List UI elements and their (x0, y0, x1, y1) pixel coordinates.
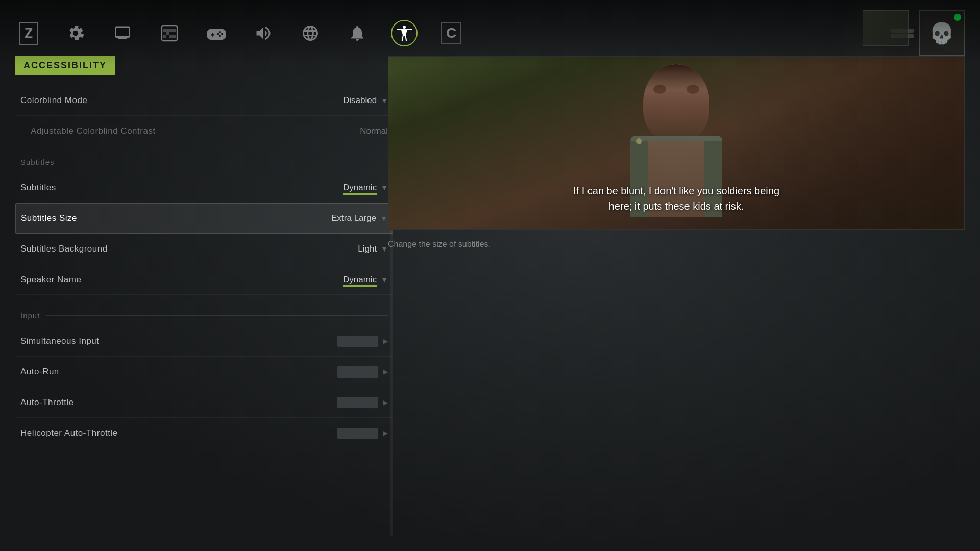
hud-icon (160, 24, 179, 42)
subtitles-background-value-text: Light (358, 244, 377, 254)
subtitle-line1: If I can be blunt, I don't like you sold… (573, 185, 779, 196)
char-hair (643, 64, 709, 90)
subtitles-background-value[interactable]: Light ▼ (358, 244, 388, 254)
audio-icon (254, 24, 273, 42)
simultaneous-input-label: Simultaneous Input (20, 336, 100, 346)
nav-icon-settings[interactable] (62, 20, 89, 46)
monitor-icon (113, 24, 132, 42)
preview-description: Change the size of subtitles. (388, 240, 965, 249)
setting-row-subtitles[interactable]: Subtitles Dynamic ▼ (15, 172, 393, 203)
subsection-input: Input (15, 305, 393, 326)
nav-icon-display[interactable] (109, 20, 136, 46)
setting-row-helicopter-auto-throttle[interactable]: Helicopter Auto-Throttle ▶ (15, 418, 393, 448)
setting-row-simultaneous-input[interactable]: Simultaneous Input ▶ (15, 326, 393, 357)
setting-row-colorblind-mode[interactable]: Colorblind Mode Disabled ▼ (15, 85, 393, 116)
colorblind-mode-value[interactable]: Disabled ▼ (343, 95, 388, 106)
subtitles-size-value-text: Extra Large (331, 213, 376, 223)
auto-run-control: ▶ (337, 366, 388, 378)
helicopter-auto-throttle-indicator: ▶ (383, 430, 388, 437)
helicopter-auto-throttle-label: Helicopter Auto-Throttle (20, 428, 118, 438)
subsection-subtitles-line (61, 162, 388, 162)
preview-image: If I can be blunt, I don't like you sold… (388, 56, 965, 230)
nav-icon-accessibility[interactable] (391, 20, 418, 46)
subtitle-overlay: If I can be blunt, I don't like you sold… (388, 183, 964, 214)
colorblind-mode-chevron: ▼ (381, 96, 388, 105)
colorblind-contrast-value: Normal (360, 126, 388, 136)
gear-icon (66, 24, 85, 42)
auto-throttle-toggle[interactable] (337, 397, 378, 408)
setting-row-colorblind-contrast: Adjustable Colorblind Contrast Normal (15, 116, 393, 146)
settings-panel: ACCESSIBILITY Colorblind Mode Disabled ▼… (15, 56, 393, 536)
nav-icon-audio[interactable] (250, 20, 277, 46)
setting-row-subtitles-background[interactable]: Subtitles Background Light ▼ (15, 234, 393, 264)
helicopter-auto-throttle-toggle[interactable] (337, 428, 378, 439)
auto-run-label: Auto-Run (20, 367, 59, 377)
minimap (863, 10, 909, 46)
nav-icon-colorblind-c[interactable]: C (438, 20, 464, 46)
setting-row-auto-run[interactable]: Auto-Run ▶ (15, 357, 393, 387)
subtitles-size-label: Subtitles Size (21, 213, 77, 223)
character-head (643, 64, 709, 141)
subsection-input-label: Input (20, 311, 40, 320)
controller-icon (207, 24, 226, 42)
setting-row-auto-throttle[interactable]: Auto-Throttle ▶ (15, 387, 393, 418)
nav-icon-language[interactable] (297, 20, 324, 46)
speaker-name-value-text: Dynamic (343, 274, 377, 285)
auto-throttle-label: Auto-Throttle (20, 397, 74, 408)
subsection-subtitles: Subtitles (15, 152, 393, 172)
speaker-name-label: Speaker Name (20, 274, 81, 285)
accessibility-icon (395, 24, 413, 42)
char-earring (636, 138, 642, 144)
pause-label: Z (19, 22, 38, 45)
colorblind-c-label: C (441, 22, 461, 44)
setting-row-subtitles-size[interactable]: Subtitles Size Extra Large ▼ (15, 203, 393, 234)
colorblind-mode-label: Colorblind Mode (20, 95, 87, 106)
subtitles-value-text: Dynamic (343, 183, 377, 193)
subtitles-chevron: ▼ (381, 184, 388, 192)
auto-run-toggle[interactable] (337, 366, 378, 378)
subtitle-line2: here; it puts these kids at risk. (609, 201, 744, 212)
nav-icon-pause[interactable]: Z (15, 20, 42, 46)
auto-throttle-control: ▶ (337, 397, 388, 408)
bell-icon (348, 24, 366, 42)
simultaneous-input-indicator: ▶ (383, 338, 388, 345)
preview-panel: If I can be blunt, I don't like you sold… (388, 56, 965, 249)
auto-run-indicator: ▶ (383, 368, 388, 375)
nav-icon-controller[interactable] (203, 20, 230, 46)
subtitles-label: Subtitles (20, 183, 56, 193)
top-nav: Z (0, 0, 980, 66)
subtitles-background-label: Subtitles Background (20, 244, 108, 254)
globe-icon (301, 24, 320, 42)
subtitles-background-chevron: ▼ (381, 245, 388, 253)
setting-row-speaker-name[interactable]: Speaker Name Dynamic ▼ (15, 264, 393, 295)
subsection-input-line (46, 315, 388, 316)
subtitles-size-value[interactable]: Extra Large ▼ (331, 213, 387, 223)
simultaneous-input-control: ▶ (337, 336, 388, 347)
speaker-name-chevron: ▼ (381, 276, 388, 284)
subtitles-value[interactable]: Dynamic ▼ (343, 183, 388, 193)
speaker-name-value[interactable]: Dynamic ▼ (343, 274, 388, 285)
nav-icon-notifications[interactable] (344, 20, 371, 46)
subsection-subtitles-label: Subtitles (20, 158, 55, 166)
helicopter-auto-throttle-control: ▶ (337, 428, 388, 439)
nav-icons-container: Z (15, 20, 464, 46)
simultaneous-input-toggle[interactable] (337, 336, 378, 347)
auto-throttle-indicator: ▶ (383, 399, 388, 406)
nav-icon-hud[interactable] (156, 20, 183, 46)
subtitles-size-chevron: ▼ (380, 214, 387, 222)
colorblind-contrast-label: Adjustable Colorblind Contrast (31, 126, 156, 136)
